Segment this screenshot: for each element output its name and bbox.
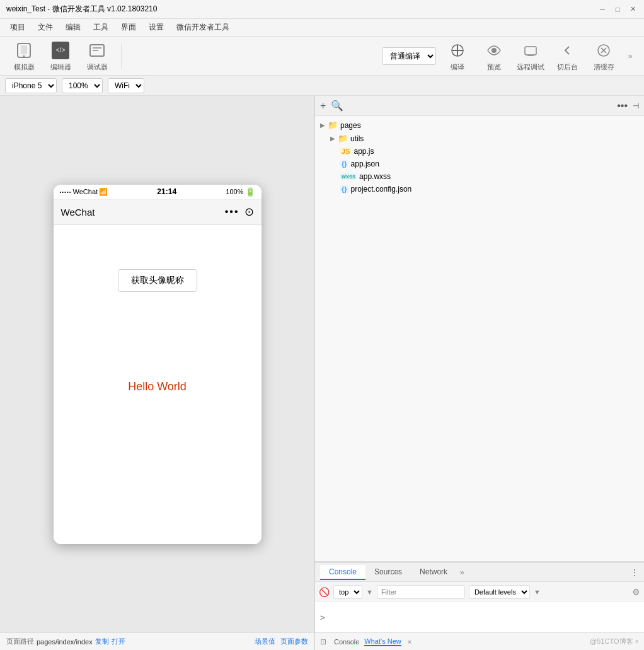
menu-tools[interactable]: 工具 (88, 21, 113, 34)
zoom-select[interactable]: 100% (62, 78, 103, 93)
close-whatsnew-button[interactable]: × (408, 638, 411, 646)
backend-icon (557, 40, 577, 61)
tree-item-utils[interactable]: ▶ 📁 utils (325, 132, 644, 145)
menu-file[interactable]: 文件 (33, 21, 58, 34)
levels-dropdown-icon: ▼ (534, 588, 541, 596)
status-left: ••••• WeChat 📶 (60, 188, 108, 196)
context-select[interactable]: top (333, 585, 362, 599)
path-value: pages/index/index (37, 638, 93, 646)
log-levels-select[interactable]: Default levels (469, 585, 530, 599)
resize-handle-icon: ⊡ (320, 637, 326, 646)
more-file-options[interactable]: ••• (617, 100, 628, 112)
menu-wechat-devtools[interactable]: 微信开发者工具 (171, 21, 234, 34)
preview-label: 预览 (487, 62, 501, 72)
debugger-button[interactable]: 调试器 (79, 39, 115, 73)
backend-button[interactable]: 切后台 (549, 39, 585, 73)
context-dropdown-icon: ▼ (366, 588, 373, 596)
preview-button[interactable]: 预览 (476, 39, 512, 73)
compile-icon (447, 40, 468, 61)
wxss-file-icon: wxss (340, 173, 357, 180)
toolbar: 模拟器 </> 编辑器 调试器 普通编译 编译 预览 (0, 37, 644, 76)
remote-debug-label: 远程调试 (517, 62, 544, 72)
menu-edit[interactable]: 编辑 (60, 21, 86, 34)
phone-frame: ••••• WeChat 📶 21:14 100% 🔋 WeChat ••• (54, 185, 262, 544)
phone-actions: ••• ⊙ (225, 205, 254, 219)
phone-more-dots: ••• (225, 206, 239, 218)
tree-item-projectconfig[interactable]: {} project.config.json (335, 183, 644, 195)
clear-cache-label: 清缓存 (594, 62, 614, 72)
tab-network[interactable]: Network (411, 565, 456, 580)
add-file-button[interactable]: + (320, 100, 326, 112)
devtools: Console Sources Network » ⋮ 🚫 top ▼ Defa… (315, 562, 644, 650)
get-avatar-button[interactable]: 获取头像昵称 (118, 269, 197, 292)
clear-cache-button[interactable]: 清缓存 (586, 39, 621, 73)
main-area: ••••• WeChat 📶 21:14 100% 🔋 WeChat ••• (0, 96, 644, 650)
collapse-tree-button[interactable]: ⊣ (633, 102, 639, 110)
chevron-icon: ▶ (330, 135, 335, 142)
tree-item-appjs[interactable]: JS app.js (335, 145, 644, 158)
file-appwxss-label: app.wxss (359, 172, 391, 181)
file-projectconfig-label: project.config.json (351, 185, 412, 194)
editor-button[interactable]: </> 编辑器 (43, 39, 78, 73)
more-tabs-button[interactable]: » (456, 568, 468, 577)
folder-pages-label: pages (340, 121, 361, 130)
svg-point-2 (23, 55, 25, 57)
folder-utils-label: utils (350, 134, 364, 143)
devtools-tabs: Console Sources Network » ⋮ (315, 563, 644, 582)
get-avatar-label: 获取头像昵称 (131, 275, 184, 285)
menu-settings[interactable]: 设置 (144, 21, 169, 34)
window-controls: ─ □ ✕ (597, 4, 638, 15)
editor-label: 编辑器 (50, 62, 71, 72)
devtools-toolbar: 🚫 top ▼ Default levels ▼ ⚙ (315, 582, 644, 602)
tree-item-appjson[interactable]: {} app.json (335, 158, 644, 170)
tree-item-appwxss[interactable]: wxss app.wxss (335, 170, 644, 183)
path-right: 场景值 页面参数 (255, 637, 308, 646)
close-button[interactable]: ✕ (628, 4, 638, 15)
menu-project[interactable]: 项目 (5, 21, 30, 34)
menu-interface[interactable]: 界面 (116, 21, 141, 34)
preview-icon (484, 40, 504, 61)
compile-button[interactable]: 编译 (440, 39, 475, 73)
device-select[interactable]: iPhone 5 (5, 78, 57, 93)
copy-button[interactable]: 复制 (95, 637, 109, 646)
battery-percent: 100% (226, 188, 243, 195)
backend-label: 切后台 (557, 62, 578, 72)
bottom-tab-whatsnew[interactable]: What's New (364, 637, 401, 646)
more-tools-button[interactable]: » (623, 49, 638, 64)
simulator-label: 模拟器 (14, 62, 35, 72)
remote-debug-icon (520, 40, 541, 61)
wifi-icon: 📶 (99, 188, 108, 196)
debugger-icon (87, 40, 107, 61)
clear-cache-icon (594, 40, 614, 61)
watermark: @51CTO博客 × (590, 637, 639, 646)
svg-rect-8 (525, 47, 536, 55)
devtools-menu-button[interactable]: ⋮ (630, 567, 639, 577)
battery-icon: 🔋 (245, 187, 255, 197)
simulator-panel: ••••• WeChat 📶 21:14 100% 🔋 WeChat ••• (0, 96, 315, 650)
maximize-button[interactable]: □ (612, 4, 623, 15)
folder-icon: 📁 (338, 134, 348, 143)
minimize-button[interactable]: ─ (597, 4, 607, 15)
open-button[interactable]: 打开 (112, 637, 125, 646)
network-select[interactable]: WiFi (108, 78, 144, 93)
chevron-icon: ▶ (320, 122, 325, 129)
editor-icon: </> (50, 40, 71, 61)
file-appjson-label: app.json (351, 160, 379, 168)
tab-sources[interactable]: Sources (365, 565, 411, 580)
filter-input[interactable] (377, 585, 465, 599)
folder-icon: 📁 (328, 120, 338, 130)
remote-debug-button[interactable]: 远程调试 (513, 39, 548, 73)
search-file-button[interactable]: 🔍 (331, 100, 343, 112)
json-file-icon: {} (340, 185, 348, 193)
devicebar: iPhone 5 100% WiFi (0, 76, 644, 96)
path-label: 页面路径 (6, 637, 34, 646)
bottom-tab-console[interactable]: Console (334, 638, 359, 646)
pathbar: 页面路径 pages/index/index 复制 打开 场景值 页面参数 (0, 632, 314, 650)
phone-app-title: WeChat (61, 207, 95, 218)
simulator-button[interactable]: 模拟器 (6, 39, 42, 73)
compile-select[interactable]: 普通编译 (382, 47, 436, 65)
block-requests-button[interactable]: 🚫 (319, 587, 330, 597)
tab-console[interactable]: Console (320, 565, 365, 580)
tree-item-pages[interactable]: ▶ 📁 pages (315, 119, 644, 132)
devtools-settings-button[interactable]: ⚙ (632, 587, 640, 597)
